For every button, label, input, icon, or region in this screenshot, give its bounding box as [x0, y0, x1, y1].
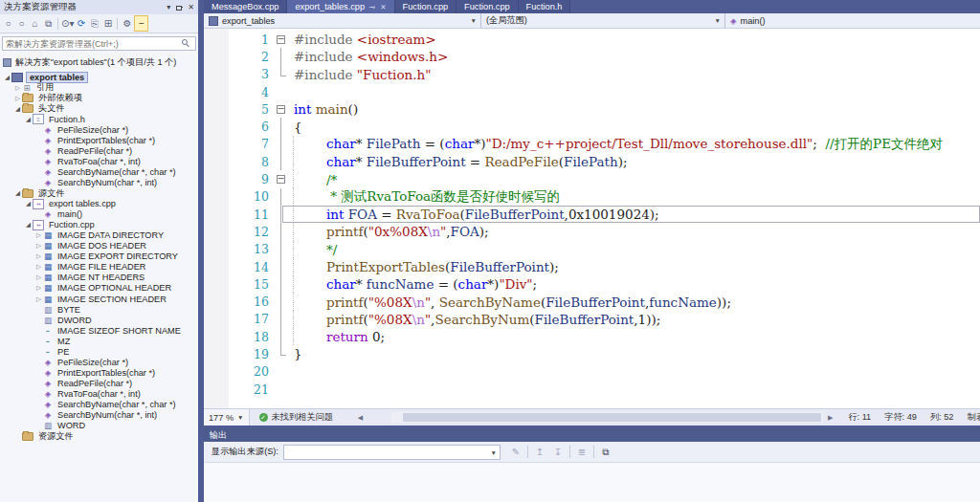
- expand-arrow-icon[interactable]: ▷: [13, 95, 22, 102]
- preview-icon[interactable]: ⊞: [101, 16, 114, 31]
- typedef-icon: [43, 305, 53, 315]
- back-icon[interactable]: ○: [2, 16, 14, 31]
- tab-MessageBox.cpp[interactable]: MessageBox.cpp: [204, 0, 287, 13]
- refresh-icon[interactable]: ⟳: [75, 16, 87, 31]
- tree-item[interactable]: ◢头文件: [0, 103, 198, 114]
- tree-item[interactable]: ReadPeFile(char *): [0, 145, 198, 156]
- fold-collapse-icon[interactable]: −: [274, 170, 287, 187]
- chevron-down-icon[interactable]: ▾: [167, 3, 170, 11]
- zoom-dropdown[interactable]: 177 % ▼: [204, 409, 250, 426]
- expand-arrow-icon[interactable]: ▷: [34, 231, 43, 239]
- scroll-left-icon[interactable]: ◀: [358, 414, 363, 422]
- health-check-icon[interactable]: ✓: [259, 413, 268, 422]
- wrench-icon[interactable]: ⚙: [121, 16, 133, 31]
- tree-item-label: RvaToFoa(char *, int): [56, 389, 143, 399]
- tree-item[interactable]: ▷引用: [0, 82, 198, 93]
- tree-item[interactable]: PE: [0, 346, 198, 357]
- output-content[interactable]: [204, 463, 980, 502]
- tree-item[interactable]: PeFileSize(char *): [0, 357, 198, 367]
- tree-item[interactable]: BYTE: [0, 304, 198, 315]
- fold-collapse-icon[interactable]: −: [274, 31, 287, 48]
- output-source-dropdown[interactable]: ▼: [283, 445, 501, 460]
- tree-item[interactable]: PrintExportTables(char *): [0, 135, 198, 145]
- expand-arrow-icon[interactable]: ◢: [13, 105, 22, 113]
- search-icon[interactable]: [182, 39, 190, 48]
- solution-root-row[interactable]: 解决方案"export tables"(1 个项目/共 1 个): [0, 54, 198, 71]
- tab-Fuction.cpp[interactable]: Fuction.cpp: [457, 0, 519, 13]
- code-editor[interactable]: 1−#include <iostream>2#include <windows.…: [204, 29, 980, 408]
- expand-arrow-icon[interactable]: ◢: [24, 221, 33, 229]
- tree-item[interactable]: ◢Fuction.cpp: [0, 220, 198, 230]
- tree-item[interactable]: PrintExportTables(char *): [0, 367, 198, 378]
- search-input[interactable]: [2, 36, 196, 51]
- scope-dropdown[interactable]: (全局范围) ▼: [481, 13, 725, 28]
- expand-arrow-icon[interactable]: ▷: [34, 273, 43, 281]
- horizontal-scrollbar[interactable]: [391, 412, 823, 423]
- forward-icon[interactable]: ○: [15, 16, 28, 31]
- find-message-icon[interactable]: ✎: [509, 447, 523, 457]
- tab-export_tables.cpp[interactable]: export_tables.cpp⊸✕: [287, 0, 394, 13]
- expand-arrow-icon[interactable]: ▷: [34, 242, 43, 250]
- tree-item[interactable]: ▷IMAGE DATA DIRECTORY: [0, 230, 198, 241]
- tree-item[interactable]: ◢源文件: [0, 188, 198, 199]
- expand-arrow-icon[interactable]: ▷: [34, 263, 43, 271]
- tab-Fuction.h[interactable]: Fuction.h: [519, 0, 571, 13]
- pending-changes-icon[interactable]: ⊙▾: [61, 16, 74, 31]
- member-dropdown[interactable]: ◈ main(): [725, 13, 980, 28]
- tree-item[interactable]: ▷外部依赖项: [0, 93, 198, 103]
- goto-next-message-icon[interactable]: ↧: [551, 447, 565, 457]
- tab-Fuction.cpp[interactable]: Fuction.cpp: [395, 0, 457, 13]
- expand-arrow-icon[interactable]: ◢: [3, 74, 11, 81]
- copy-icon[interactable]: ⎘: [88, 16, 100, 31]
- home-icon[interactable]: ⌂: [29, 16, 41, 31]
- expand-arrow-icon[interactable]: ▷: [34, 284, 43, 292]
- tree-item[interactable]: WORD: [0, 421, 198, 431]
- tree-item[interactable]: PeFileSize(char *): [0, 124, 198, 135]
- tree-item[interactable]: ▷IMAGE EXPORT DIRECTORY: [0, 251, 198, 262]
- expand-arrow-icon[interactable]: ◢: [24, 116, 33, 123]
- code-line: 2#include <windows.h>: [204, 48, 980, 65]
- fold-collapse-icon[interactable]: −: [274, 100, 287, 118]
- expand-arrow-icon[interactable]: ▷: [13, 84, 22, 92]
- collapse-all-icon[interactable]: −: [134, 15, 148, 32]
- word-wrap-icon[interactable]: ≣: [575, 447, 589, 457]
- tree-item[interactable]: ◢export tables: [0, 72, 198, 82]
- output-panel-titlebar[interactable]: 输出: [204, 428, 980, 442]
- close-icon[interactable]: ✕: [188, 3, 194, 11]
- expand-arrow-icon[interactable]: ◢: [24, 200, 33, 207]
- solution-icon: [3, 58, 11, 67]
- scroll-right-icon[interactable]: ▶: [828, 414, 833, 422]
- close-icon[interactable]: ✕: [380, 3, 386, 11]
- tree-item[interactable]: SearchByName(char *, char *): [0, 166, 198, 177]
- tree-item[interactable]: SearchByName(char *, char *): [0, 399, 198, 409]
- tree-item[interactable]: DWORD: [0, 315, 198, 325]
- project-dropdown[interactable]: export_tables ▼: [204, 13, 481, 28]
- tree-item[interactable]: IMAGE SIZEOF SHORT NAME: [0, 325, 198, 336]
- tree-item[interactable]: 资源文件: [0, 431, 198, 442]
- expand-arrow-icon[interactable]: ▷: [34, 252, 43, 260]
- clear-all-icon[interactable]: ⧉: [599, 447, 612, 458]
- tree-item[interactable]: main(): [0, 209, 198, 220]
- tree-item[interactable]: ▷IMAGE SECTION HEADER: [0, 294, 198, 304]
- tree-item[interactable]: ▷IMAGE DOS HEADER: [0, 241, 198, 251]
- tree-item[interactable]: ReadPeFile(char *): [0, 378, 198, 388]
- scrollbar-thumb[interactable]: [403, 413, 821, 422]
- goto-previous-message-icon[interactable]: ↥: [533, 447, 546, 457]
- tree-item[interactable]: RvaToFoa(char *, int): [0, 388, 198, 399]
- pin-icon[interactable]: ⊸: [369, 3, 375, 11]
- tree-item[interactable]: MZ: [0, 336, 198, 346]
- switch-views-icon[interactable]: ⧉: [42, 16, 55, 31]
- expand-arrow-icon[interactable]: ▷: [34, 295, 43, 303]
- tree-item[interactable]: ◢export tables.cpp: [0, 199, 198, 209]
- tree-item[interactable]: ▷IMAGE FILE HEADER: [0, 262, 198, 273]
- code-line: 16printf("%08X\n", SearchByName(FileBuff…: [204, 293, 980, 310]
- tree-item[interactable]: ◢Fuction.h: [0, 114, 198, 124]
- pin-icon[interactable]: [175, 4, 183, 11]
- tree-item[interactable]: RvaToFoa(char *, int): [0, 156, 198, 166]
- tree-item[interactable]: SearchByNum(char *, int): [0, 177, 198, 187]
- expand-arrow-icon[interactable]: ◢: [13, 189, 22, 197]
- solution-explorer-titlebar[interactable]: 决方案资源管理器 ▾ ✕: [0, 0, 198, 14]
- tree-item[interactable]: ▷IMAGE NT HEADERS: [0, 273, 198, 283]
- tree-item[interactable]: SearchByNum(char *, int): [0, 410, 198, 421]
- tree-item[interactable]: ▷IMAGE OPTIONAL HEADER: [0, 283, 198, 294]
